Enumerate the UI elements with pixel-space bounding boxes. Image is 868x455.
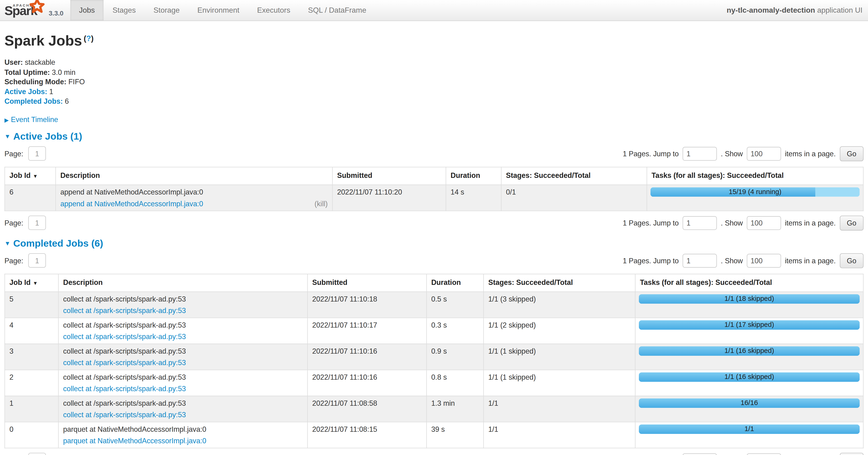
tab-jobs[interactable]: Jobs [70, 0, 103, 21]
job-id-cell: 6 [5, 184, 56, 210]
tasks-cell: 16/16 [635, 396, 863, 422]
job-summary-list: User: stackable Total Uptime: 3.0 min Sc… [4, 58, 864, 106]
table-header-row: Job Id▼ Description Submitted Duration S… [5, 274, 863, 292]
jump-to-label: 1 Pages. Jump to [623, 149, 679, 158]
page-number-input[interactable] [28, 216, 46, 230]
job-detail-link[interactable]: collect at /spark-scripts/spark-ad.py:53 [63, 332, 186, 341]
spark-logo[interactable]: APACHE Spark 3.3.0 [0, 0, 66, 21]
summary-active-jobs: Active Jobs: 1 [4, 87, 864, 96]
task-progress-bar: 16/16 [639, 398, 860, 407]
tab-environment[interactable]: Environment [188, 0, 248, 21]
jump-to-input[interactable] [683, 216, 717, 230]
progress-label: 1/1 (17 skipped) [639, 320, 860, 330]
summary-user: User: stackable [4, 58, 864, 67]
completed-jobs-link[interactable]: Completed Jobs: [4, 97, 63, 105]
go-button[interactable]: Go [840, 215, 864, 230]
col-job-id[interactable]: Job Id▼ [5, 274, 58, 292]
col-stages[interactable]: Stages: Succeeded/Total [501, 167, 647, 185]
col-duration[interactable]: Duration [427, 274, 484, 292]
page-label: Page: [4, 219, 23, 227]
page-number-input[interactable] [28, 453, 46, 455]
submitted-cell: 2022/11/07 11:10:20 [332, 184, 446, 210]
page-number-input[interactable] [28, 253, 46, 267]
submitted-cell: 2022/11/07 11:10:17 [308, 317, 427, 344]
chevron-right-icon: ▶ [4, 117, 9, 123]
go-button[interactable]: Go [840, 452, 864, 455]
submitted-cell: 2022/11/07 11:08:58 [308, 396, 427, 422]
job-detail-link[interactable]: append at NativeMethodAccessorImpl.java:… [60, 199, 203, 208]
go-button[interactable]: Go [840, 146, 864, 161]
description-cell: collect at /spark-scripts/spark-ad.py:53… [58, 344, 308, 370]
stages-cell: 1/1 [484, 422, 635, 448]
table-row: 2collect at /spark-scripts/spark-ad.py:5… [5, 370, 863, 396]
submitted-cell: 2022/11/07 11:10:18 [308, 291, 427, 317]
duration-cell: 0.8 s [427, 370, 484, 396]
tab-executors[interactable]: Executors [248, 0, 299, 21]
col-description[interactable]: Description [56, 167, 332, 185]
job-detail-link[interactable]: collect at /spark-scripts/spark-ad.py:53 [63, 306, 186, 315]
page-number-input[interactable] [28, 146, 46, 161]
stages-cell: 1/1 (1 skipped) [484, 370, 635, 396]
kill-link[interactable]: (kill) [315, 199, 328, 208]
show-items-input[interactable] [747, 216, 781, 230]
stages-cell: 0/1 [501, 184, 647, 210]
go-button[interactable]: Go [840, 253, 864, 268]
tab-sql-dataframe[interactable]: SQL / DataFrame [299, 0, 375, 21]
col-job-id[interactable]: Job Id▼ [5, 167, 56, 185]
job-detail-link[interactable]: collect at /spark-scripts/spark-ad.py:53 [63, 410, 186, 419]
jump-to-input[interactable] [683, 453, 717, 455]
task-progress-bar: 15/19 (4 running) [650, 187, 860, 196]
jump-to-input[interactable] [683, 253, 717, 267]
show-items-input[interactable] [747, 453, 781, 455]
col-description[interactable]: Description [58, 274, 308, 292]
job-id-cell: 1 [5, 396, 58, 422]
help-question-icon[interactable]: ? [86, 34, 91, 43]
duration-cell: 14 s [446, 184, 501, 210]
job-detail-link[interactable]: collect at /spark-scripts/spark-ad.py:53 [63, 384, 186, 393]
col-stages[interactable]: Stages: Succeeded/Total [484, 274, 635, 292]
active-jobs-section-header[interactable]: ▼Active Jobs (1) [4, 131, 864, 142]
stages-cell: 1/1 (3 skipped) [484, 291, 635, 317]
nav-tabs: Jobs Stages Storage Environment Executor… [70, 0, 375, 21]
job-detail-link[interactable]: parquet at NativeMethodAccessorImpl.java… [63, 436, 206, 445]
completed-pagination-bottom: Page: 1 Pages. Jump to . Show items in a… [4, 452, 864, 455]
active-jobs-link[interactable]: Active Jobs: [4, 87, 48, 95]
duration-cell: 0.9 s [427, 344, 484, 370]
submitted-cell: 2022/11/07 11:10:16 [308, 344, 427, 370]
description-cell: collect at /spark-scripts/spark-ad.py:53… [58, 291, 308, 317]
col-submitted[interactable]: Submitted [308, 274, 427, 292]
items-in-page-label: items in a page. [785, 149, 836, 158]
table-header-row: Job Id▼ Description Submitted Duration S… [5, 167, 863, 185]
tab-stages[interactable]: Stages [103, 0, 145, 21]
show-items-input[interactable] [747, 147, 781, 161]
col-tasks[interactable]: Tasks (for all stages): Succeeded/Total [635, 274, 863, 292]
application-title: ny-tlc-anomaly-detection application UI [727, 0, 868, 21]
spark-logo-mark[interactable]: APACHE Spark [4, 1, 44, 20]
jump-to-label: 1 Pages. Jump to [623, 256, 679, 264]
description-cell: append at NativeMethodAccessorImpl.java:… [56, 184, 332, 210]
table-row: 1collect at /spark-scripts/spark-ad.py:5… [5, 396, 863, 422]
top-navbar: APACHE Spark 3.3.0 Jobs Stages Storage E… [0, 0, 868, 21]
event-timeline-toggle[interactable]: ▶Event Timeline [4, 115, 864, 123]
summary-uptime: Total Uptime: 3.0 min [4, 67, 864, 77]
col-tasks[interactable]: Tasks (for all stages): Succeeded/Total [647, 167, 863, 185]
job-detail-link[interactable]: collect at /spark-scripts/spark-ad.py:53 [63, 358, 186, 367]
completed-pagination-top: Page: 1 Pages. Jump to . Show items in a… [4, 253, 864, 268]
description-cell: collect at /spark-scripts/spark-ad.py:53… [58, 317, 308, 344]
progress-label: 1/1 [639, 424, 860, 434]
task-progress-bar: 1/1 (16 skipped) [639, 346, 860, 356]
jump-to-input[interactable] [683, 147, 717, 161]
active-pagination-top: Page: 1 Pages. Jump to . Show items in a… [4, 146, 864, 161]
submitted-cell: 2022/11/07 11:08:15 [308, 422, 427, 448]
show-items-input[interactable] [747, 253, 781, 267]
items-in-page-label: items in a page. [785, 219, 836, 227]
items-in-page-label: items in a page. [785, 256, 836, 264]
jump-to-label: 1 Pages. Jump to [623, 219, 679, 227]
tab-storage[interactable]: Storage [145, 0, 188, 21]
help-link[interactable]: (?) [84, 34, 94, 43]
completed-jobs-section-header[interactable]: ▼Completed Jobs (6) [4, 237, 864, 249]
sort-desc-icon: ▼ [33, 173, 38, 179]
col-submitted[interactable]: Submitted [332, 167, 446, 185]
col-duration[interactable]: Duration [446, 167, 501, 185]
active-pagination-bottom: Page: 1 Pages. Jump to . Show items in a… [4, 215, 864, 230]
